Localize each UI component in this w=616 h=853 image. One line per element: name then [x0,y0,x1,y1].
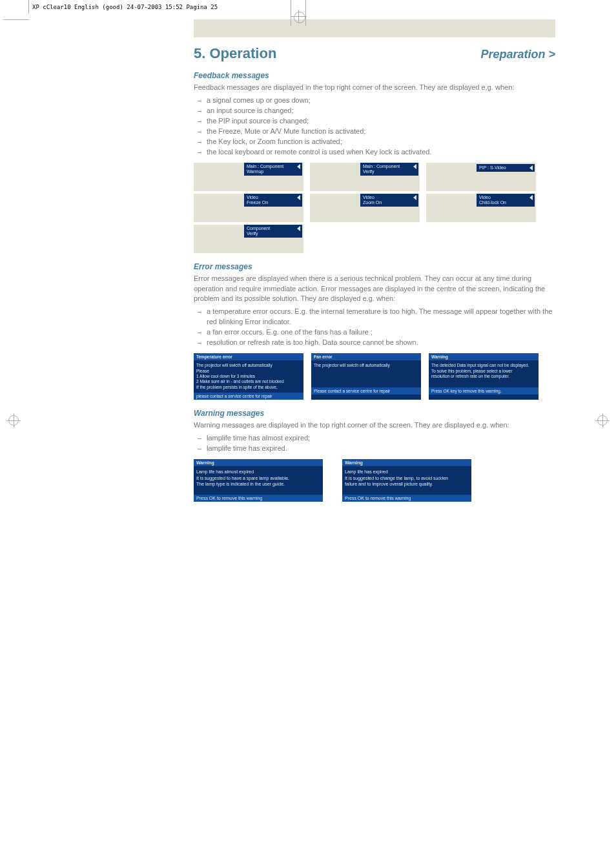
list-item: the Freeze, Mute or A/V Mute function is… [207,127,365,137]
list-item: an input source is changed; [207,106,294,116]
feedback-osd-grid: Main : ComponentWarmup Main : ComponentV… [194,163,555,253]
feedback-intro: Feedback messages are displayed in the t… [194,83,555,93]
crop-mark [28,0,29,14]
error-list: –a temperature error occurs. E.g. the in… [198,307,555,348]
osd-tile: Main : ComponentWarmup [194,163,303,191]
warning-line: It is suggested to change the lamp, to a… [345,475,469,481]
osd-line: Video [247,195,293,200]
list-item: the PIP input source is changed; [207,116,309,127]
warning-title: Warning [342,459,471,466]
error-title: Fan error [311,353,421,360]
warning-title: Warning [194,459,323,466]
section-title-warning: Warning messages [194,409,555,418]
error-footer: please contact a service centre for repa… [194,393,303,400]
crop-mark [3,19,29,20]
list-item: the Key lock, or Zoom function is activa… [207,137,342,147]
osd-line: Video [363,195,409,200]
error-line: 2 Make sure air in - and outlets are not… [196,379,301,384]
error-footer: Press OK key to remove this warning. [429,387,539,395]
chapter-title: 5. Operation [194,45,276,62]
osd-line: Zoom On [363,200,409,205]
registration-mark [6,413,21,427]
warning-tile-expired: Warning Lamp life has expired It is sugg… [342,459,471,502]
list-item: the local keyboard or remote control is … [207,147,432,158]
osd-line: Component [247,226,293,231]
osd-line: Main : Component [247,164,293,169]
print-slug: XP cClear10 English (good) 24-07-2003 15… [32,4,218,10]
error-title: Temperature error [194,353,303,360]
error-osd-row: Temperature error The projector will swi… [194,353,555,400]
osd-tile: VideoFreeze On [194,194,303,222]
error-tile-temperature: Temperature error The projector will swi… [194,353,303,400]
section-title-feedback: Feedback messages [194,71,555,80]
arrow-left-icon [297,164,300,169]
error-line: Please [196,369,301,374]
arrow-left-icon [529,165,533,170]
osd-tile: ComponentVerify [194,225,303,253]
warning-line: It is suggested to have a spare lamp ava… [196,475,320,481]
osd-tile: VideoZoom On [310,194,420,222]
header-bar [194,19,555,37]
warning-list: –lamplife time has almost expired; –lamp… [198,433,555,454]
error-tile-warning: Warning The detected Data input signal c… [429,353,539,400]
arrow-left-icon [413,164,416,169]
warning-line: Lamp life has expired [345,469,469,475]
error-line: The projector will swicth off automatica… [196,363,301,368]
osd-line: PIP : S-Video [479,165,526,170]
warning-line: Lamp life has almost expired [196,469,320,475]
registration-mark [595,413,610,427]
error-line: The detected Data input signal can not b… [431,363,536,368]
warning-osd-row: Warning Lamp life has almost expired It … [194,459,555,502]
error-line: To solve this problem, please select a l… [431,369,536,374]
list-item: lamplife time has expired. [207,444,287,454]
error-title: Warning [429,353,539,360]
arrow-left-icon [413,195,416,200]
feedback-list: –a signal comes up or goes down; –an inp… [198,96,555,158]
osd-tile: VideoChild-lock On [426,194,536,222]
error-line: resolution or refresh rate on the comput… [431,374,536,379]
warning-footer: Press OK to remove this warning [194,495,323,502]
osd-line: Main : Component [363,164,409,169]
section-breadcrumb: Preparation > [480,48,555,61]
osd-tile: Main : ComponentVerify [310,163,420,191]
error-line: 1 Allow cool down for 3 minutes [196,374,301,379]
osd-line: Freeze On [247,200,293,205]
error-line: The projector will swicth off automatica… [314,363,418,368]
list-item: a fan error occurs. E.g. one of the fans… [207,327,373,338]
warning-line: failure and to improve overall picture q… [345,481,469,487]
osd-tile: PIP : S-Video [426,163,536,191]
osd-line: Child-lock On [479,200,526,205]
warning-footer: Press OK to remove this warning [342,495,471,502]
osd-line: Verify [363,169,409,174]
error-intro: Error messages are displayed when there … [194,274,555,305]
error-footer: Please contact a service centre for repa… [311,387,421,395]
registration-mark [291,0,306,26]
warning-line: The lamp type is indicated in the user g… [196,481,320,487]
osd-line: Verify [247,231,293,236]
arrow-left-icon [529,195,533,200]
section-title-error: Error messages [194,262,555,271]
error-line: If the problem persists in spite of the … [196,385,301,390]
list-item: resolution or refresh rate is too high. … [207,338,418,348]
warning-intro: Warning messages are displayed in the to… [194,420,555,431]
list-item: a temperature error occurs. E.g. the int… [207,307,555,327]
osd-line: Video [479,195,526,200]
list-item: lamplife time has almost expired; [207,433,310,444]
arrow-left-icon [297,226,300,231]
arrow-left-icon [297,195,300,200]
error-tile-fan: Fan error The projector will swicth off … [311,353,421,400]
warning-tile-almost: Warning Lamp life has almost expired It … [194,459,323,502]
osd-line: Warmup [247,169,293,174]
list-item: a signal comes up or goes down; [207,96,311,106]
